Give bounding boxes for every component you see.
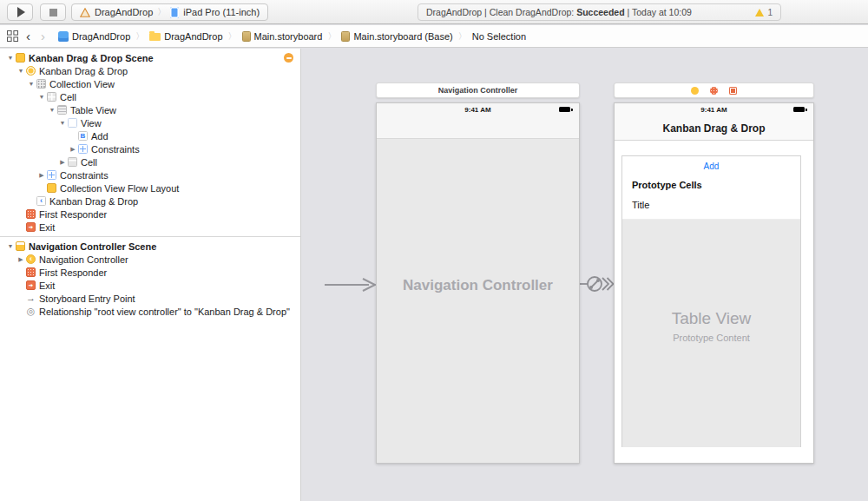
- outline-label: Add: [91, 131, 108, 142]
- outline-row[interactable]: Table View: [0, 103, 300, 116]
- outline-row[interactable]: Kanban Drag & Drop Scene: [0, 51, 300, 64]
- app-scheme-icon: [80, 8, 90, 17]
- outline-label: Kanban Drag & Drop: [39, 66, 128, 76]
- breadcrumb-item[interactable]: DragAndDrop: [149, 31, 222, 42]
- outline-label: Relationship "root view controller" to "…: [39, 307, 290, 317]
- disclosure-triangle-icon[interactable]: [5, 243, 16, 249]
- disclosure-triangle-icon[interactable]: [5, 55, 16, 61]
- disclosure-triangle-icon[interactable]: [16, 256, 26, 263]
- outline-row[interactable]: Navigation Controller: [0, 253, 300, 266]
- outline-row[interactable]: Add: [0, 129, 300, 142]
- warning-badge[interactable]: 1: [755, 8, 773, 17]
- breadcrumb: DragAndDrop〉DragAndDrop〉Main.storyboard〉…: [58, 30, 526, 43]
- outline-row[interactable]: Kanban Drag & Drop: [0, 64, 300, 77]
- outline-row[interactable]: First Responder: [0, 208, 300, 221]
- scene-icon: [16, 53, 25, 63]
- outline-row[interactable]: First Responder: [0, 266, 300, 279]
- first-responder-icon: [26, 209, 36, 219]
- exit-icon: [26, 280, 36, 290]
- kanban-vc-view[interactable]: 9:41 AM Kanban Drag & Drop Add Prototype…: [614, 102, 814, 464]
- chevron-separator-icon: 〉: [157, 6, 166, 18]
- outline-row[interactable]: Cell: [0, 155, 300, 168]
- breadcrumb-item[interactable]: Main.storyboard: [242, 31, 323, 42]
- storyboard-icon: [242, 31, 251, 42]
- disclosure-triangle-icon[interactable]: [57, 120, 68, 126]
- chevron-separator-icon: 〉: [457, 30, 468, 43]
- scene-indicator-badge[interactable]: [284, 53, 293, 63]
- breadcrumb-item[interactable]: Main.storyboard (Base): [341, 31, 452, 42]
- outline-row[interactable]: Constraints: [0, 142, 300, 155]
- nav-controller-icon: [26, 254, 36, 264]
- outline-row[interactable]: Cell: [0, 90, 300, 103]
- outline-label: Cell: [60, 92, 76, 102]
- flow-layout-icon: [47, 183, 56, 193]
- chevron-separator-icon: 〉: [326, 30, 337, 43]
- outline-label: View: [81, 118, 102, 129]
- disclosure-triangle-icon[interactable]: [68, 146, 78, 153]
- outline-row[interactable]: Exit: [0, 221, 300, 234]
- outline-label: Kanban Drag & Drop Scene: [29, 53, 154, 63]
- view-controller-dock-icon[interactable]: [691, 87, 699, 95]
- table-view-placeholder-title: Table View: [622, 309, 800, 328]
- relationship-segue-arrow[interactable]: [580, 277, 614, 291]
- stop-icon: [49, 9, 57, 16]
- outline-row[interactable]: Relationship "root view controller" to "…: [0, 305, 300, 318]
- nav-controller-view[interactable]: 9:41 AM Navigation Controller: [376, 102, 580, 464]
- breadcrumb-item[interactable]: No Selection: [472, 31, 526, 42]
- outline-row[interactable]: Constraints: [0, 168, 300, 181]
- outline-row[interactable]: Navigation Controller Scene: [0, 240, 300, 253]
- storyboard-canvas[interactable]: Navigation Controller 9:41 AM Navigation…: [302, 49, 868, 501]
- stop-button[interactable]: [40, 3, 66, 21]
- breadcrumb-item[interactable]: DragAndDrop: [58, 31, 130, 42]
- disclosure-triangle-icon[interactable]: [26, 81, 36, 87]
- play-icon: [17, 7, 25, 17]
- outline-row[interactable]: Exit: [0, 279, 300, 292]
- outline-label: Exit: [39, 222, 55, 233]
- view-controller-icon: [26, 66, 36, 76]
- table-view[interactable]: Add Prototype Cells Title Table View Pro…: [621, 155, 801, 447]
- related-items-icon[interactable]: [7, 30, 18, 42]
- add-button[interactable]: Add: [622, 162, 800, 171]
- forward-button[interactable]: ›: [38, 30, 48, 42]
- view-icon: [68, 118, 77, 128]
- breadcrumb-label: DragAndDrop: [164, 31, 222, 42]
- outline-row[interactable]: Kanban Drag & Drop: [0, 194, 300, 208]
- table-view-placeholder-subtitle: Prototype Content: [622, 333, 800, 343]
- outline-row[interactable]: Collection View: [0, 77, 300, 90]
- first-responder-dock-icon[interactable]: [710, 87, 718, 95]
- button-icon: [78, 131, 88, 141]
- disclosure-triangle-icon[interactable]: [16, 68, 26, 74]
- battery-icon: [559, 107, 570, 112]
- scheme-device-label: iPad Pro (11-inch): [183, 7, 260, 17]
- run-button[interactable]: [7, 3, 33, 21]
- disclosure-triangle-icon[interactable]: [36, 172, 47, 179]
- outline-row[interactable]: Collection View Flow Layout: [0, 181, 300, 194]
- disclosure-triangle-icon[interactable]: [47, 107, 57, 113]
- scheme-selector[interactable]: DragAndDrop 〉 iPad Pro (11-inch): [71, 3, 268, 21]
- disclosure-triangle-icon[interactable]: [57, 159, 68, 166]
- nav-controller-placeholder-label: Navigation Controller: [377, 277, 579, 294]
- activity-viewer[interactable]: DragAndDrop | Clean DragAndDrop: Succeed…: [418, 3, 781, 21]
- breadcrumb-label: Main.storyboard (Base): [353, 31, 452, 42]
- breadcrumb-label: Main.storyboard: [254, 31, 323, 42]
- status-time: 9:41 AM: [464, 106, 490, 114]
- storyboard-entry-arrow[interactable]: [325, 279, 375, 291]
- relationship-icon: [26, 307, 36, 316]
- status-bar: 9:41 AM: [615, 103, 813, 115]
- exit-dock-icon[interactable]: [729, 87, 737, 95]
- prototype-content-area[interactable]: Table View Prototype Content: [622, 219, 800, 447]
- constraints-icon: [78, 144, 88, 154]
- storyboard-icon: [341, 31, 350, 42]
- outline-label: Cell: [81, 157, 97, 168]
- prototype-cell-title[interactable]: Title: [632, 200, 649, 210]
- kanban-vc-title-bar[interactable]: [614, 82, 814, 98]
- outline-label: Exit: [39, 280, 55, 291]
- nav-controller-title-bar[interactable]: Navigation Controller: [376, 82, 580, 98]
- outline-row[interactable]: Storyboard Entry Point: [0, 292, 300, 305]
- back-button[interactable]: ‹: [23, 30, 33, 42]
- outline-label: Collection View: [49, 79, 115, 89]
- scene-divider: [0, 236, 300, 237]
- nav-item-icon: [36, 196, 46, 206]
- disclosure-triangle-icon[interactable]: [36, 94, 47, 100]
- outline-row[interactable]: View: [0, 116, 300, 129]
